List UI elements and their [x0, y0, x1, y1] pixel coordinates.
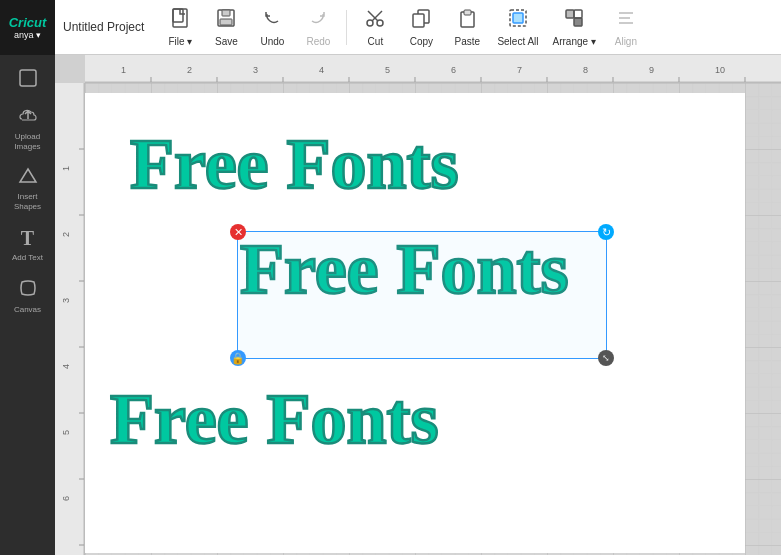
svg-text:5: 5 [61, 430, 71, 435]
svg-rect-14 [464, 10, 471, 15]
upload-label: UploadImages [14, 132, 40, 151]
select-all-button[interactable]: Select All [491, 2, 544, 52]
ruler-left-svg: 1 2 3 4 5 6 [55, 83, 85, 555]
svg-rect-23 [20, 70, 36, 86]
sidebar-new-button[interactable] [3, 63, 53, 97]
svg-line-9 [375, 18, 378, 21]
svg-rect-17 [566, 10, 574, 18]
svg-text:9: 9 [649, 65, 654, 75]
align-icon [615, 7, 637, 34]
svg-rect-25 [85, 55, 781, 83]
shapes-label: InsertShapes [14, 192, 41, 211]
sidebar: UploadImages InsertShapes T Add Text Can… [0, 55, 55, 555]
cut-button[interactable]: Cut [353, 2, 397, 52]
shapes-icon [18, 167, 38, 189]
svg-text:4: 4 [319, 65, 324, 75]
svg-text:8: 8 [583, 65, 588, 75]
save-label: Save [215, 36, 238, 47]
align-button[interactable]: Align [604, 2, 648, 52]
save-icon [215, 7, 237, 34]
sidebar-text-button[interactable]: T Add Text [3, 221, 53, 268]
project-title: Untitled Project [63, 20, 144, 34]
canvas-work-area[interactable]: Free Fonts Free Fonts ✕ ↻ 🔒 ⤡ Free Fonts [85, 83, 781, 555]
username-label[interactable]: anya ▾ [14, 30, 41, 40]
svg-line-10 [368, 11, 375, 18]
align-label: Align [615, 36, 637, 47]
svg-text:1: 1 [121, 65, 126, 75]
undo-button[interactable]: Undo [250, 2, 294, 52]
cut-icon [364, 7, 386, 34]
file-icon [169, 7, 191, 34]
svg-text:4: 4 [61, 364, 71, 369]
sidebar-shapes-button[interactable]: InsertShapes [3, 161, 53, 217]
text-label: Add Text [12, 253, 43, 262]
main-area: 1 2 3 4 5 6 7 8 9 10 1 [55, 55, 781, 555]
text-icon: T [21, 227, 34, 250]
redo-button[interactable]: Redo [296, 2, 340, 52]
save-button[interactable]: Save [204, 2, 248, 52]
svg-rect-47 [55, 83, 85, 555]
svg-text:5: 5 [385, 65, 390, 75]
svg-text:6: 6 [61, 496, 71, 501]
copy-icon [410, 7, 432, 34]
paste-button[interactable]: Paste [445, 2, 489, 52]
svg-rect-4 [220, 19, 232, 25]
white-canvas [85, 93, 745, 553]
undo-icon [261, 7, 283, 34]
redo-icon [307, 7, 329, 34]
svg-text:3: 3 [253, 65, 258, 75]
svg-text:6: 6 [451, 65, 456, 75]
svg-rect-3 [222, 10, 230, 16]
sidebar-upload-button[interactable]: UploadImages [3, 101, 53, 157]
ruler-left: 1 2 3 4 5 6 [55, 83, 85, 555]
select-all-label: Select All [497, 36, 538, 47]
paste-icon [456, 7, 478, 34]
arrange-icon [563, 7, 585, 34]
svg-rect-19 [574, 10, 582, 18]
file-label: File ▾ [168, 36, 192, 47]
svg-rect-16 [513, 13, 523, 23]
new-icon [19, 69, 37, 91]
file-button[interactable]: File ▾ [158, 2, 202, 52]
svg-line-8 [375, 11, 382, 18]
svg-text:3: 3 [61, 298, 71, 303]
copy-button[interactable]: Copy [399, 2, 443, 52]
svg-text:10: 10 [715, 65, 725, 75]
svg-rect-12 [413, 14, 424, 27]
sidebar-canvas-button[interactable]: Canvas [3, 272, 53, 320]
undo-label: Undo [260, 36, 284, 47]
svg-text:7: 7 [517, 65, 522, 75]
delete-handle[interactable]: ✕ [230, 224, 246, 240]
canvas-icon [18, 278, 38, 302]
svg-text:2: 2 [61, 232, 71, 237]
paste-label: Paste [455, 36, 481, 47]
scale-handle[interactable]: ⤡ [598, 350, 614, 366]
svg-marker-24 [20, 169, 36, 182]
copy-label: Copy [410, 36, 433, 47]
lock-handle[interactable]: 🔒 [230, 350, 246, 366]
svg-rect-0 [173, 9, 183, 22]
canvas-label: Canvas [14, 305, 41, 314]
upload-icon [18, 107, 38, 129]
redo-label: Redo [306, 36, 330, 47]
cut-label: Cut [368, 36, 384, 47]
cricut-logo-text: Cricut [9, 15, 47, 30]
ruler-top: 1 2 3 4 5 6 7 8 9 10 [85, 55, 781, 83]
ruler-top-svg: 1 2 3 4 5 6 7 8 9 10 [85, 55, 781, 83]
svg-rect-18 [574, 18, 582, 26]
toolbar: Cricut anya ▾ Untitled Project File ▾ Sa… [0, 0, 781, 55]
rotate-handle[interactable]: ↻ [598, 224, 614, 240]
svg-text:2: 2 [187, 65, 192, 75]
arrange-button[interactable]: Arrange ▾ [547, 2, 602, 52]
cricut-logo[interactable]: Cricut anya ▾ [0, 0, 55, 55]
select-all-icon [507, 7, 529, 34]
arrange-label: Arrange ▾ [553, 36, 596, 47]
divider1 [346, 10, 347, 45]
svg-text:1: 1 [61, 166, 71, 171]
